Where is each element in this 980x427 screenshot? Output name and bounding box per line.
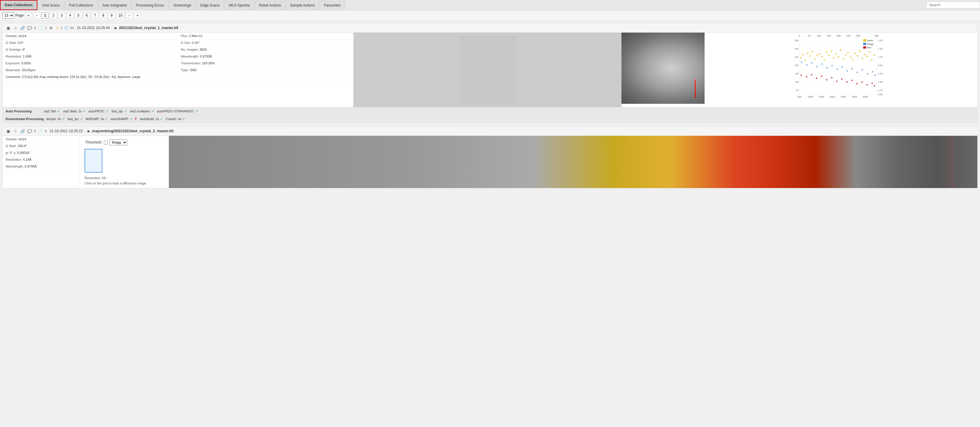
tab-favourites[interactable]: Favourites — [319, 1, 345, 10]
page-10-btn[interactable]: 10 — [116, 13, 124, 18]
card2-star-icon[interactable]: ☆ — [13, 129, 18, 134]
svg-point-49 — [819, 53, 820, 55]
page-9-btn[interactable]: 9 — [108, 13, 115, 18]
page-6-btn[interactable]: 6 — [83, 13, 90, 18]
svg-point-41 — [800, 57, 802, 59]
svg-point-95 — [831, 77, 832, 79]
svg-text:Res: Res — [867, 46, 871, 49]
svg-point-88 — [874, 75, 876, 76]
warning-icon: ⚠ — [56, 26, 59, 30]
svg-text:80: 80 — [796, 72, 799, 75]
sample-cell: Sample: ins14 — [3, 33, 178, 39]
proc-xia2-3dii-status: ✓ — [57, 109, 60, 113]
svg-point-75 — [811, 62, 813, 64]
svg-point-94 — [826, 79, 827, 81]
svg-text:2000: 2000 — [830, 95, 835, 98]
card2-comment-icon[interactable]: 💬 — [27, 129, 32, 134]
threshold-checkbox[interactable] — [104, 141, 108, 144]
card1-header: ▣ ☆ 🔗 💬 0 📄 1 ⚙ ⚠ 1 ⓘ 44 21-10-2021 10:2… — [3, 24, 977, 33]
tab-sample-actions[interactable]: Sample Actions — [286, 1, 319, 10]
first-page-btn[interactable]: « — [25, 13, 32, 18]
svg-point-43 — [805, 60, 806, 61]
threshold-select[interactable]: Bragg — [110, 140, 127, 145]
proc-dimple-status: ✓ — [62, 116, 65, 121]
svg-text:1.75: 1.75 — [878, 56, 883, 59]
svg-rect-107 — [863, 43, 866, 45]
per-page-select[interactable]: 15 25 50 — [2, 12, 14, 19]
card-comment-icon[interactable]: 💬 — [27, 25, 32, 30]
card-link-icon[interactable]: 🔗 — [20, 25, 25, 30]
tab-grid-scans[interactable]: Grid Scans — [38, 1, 64, 10]
tab-edge-scans[interactable]: Edge Scans — [196, 1, 224, 10]
tab-auto-integrated[interactable]: Auto Integrated — [98, 1, 131, 10]
svg-point-70 — [869, 51, 870, 53]
threshold-label: Threshold: — [85, 140, 102, 144]
svg-text:250: 250 — [846, 34, 851, 37]
tab-full-collections[interactable]: Full Collections — [64, 1, 97, 10]
proc-autosharp-label: autoSHARP: — [111, 117, 129, 121]
card2-grid-section: Threshold: Bragg Resolution: 0A Click on… — [80, 136, 169, 188]
num-images-cell: No. Images: 3600 — [178, 46, 353, 53]
card2-file-icon[interactable]: 📄 — [38, 129, 43, 134]
card1-arrow2[interactable]: ▶ — [115, 26, 117, 30]
svg-text:120: 120 — [794, 56, 799, 59]
svg-text:Bragg: Bragg — [867, 43, 873, 45]
main-content: ▣ ☆ 🔗 💬 0 📄 1 ⚙ ⚠ 1 ⓘ 44 21-10-2021 10:2… — [0, 21, 980, 194]
svg-text:1.25: 1.25 — [878, 39, 883, 42]
svg-point-67 — [862, 58, 863, 59]
prev-page-btn[interactable]: ‹ — [33, 13, 40, 18]
info-row-1: Sample: ins14 Flux: 2.84e+11 — [3, 33, 353, 40]
svg-point-85 — [862, 69, 863, 71]
card1-filename: 20211021/test_crystal_1_master.h5 — [119, 26, 178, 30]
svg-text:2.00: 2.00 — [878, 64, 883, 67]
proc-autobuild: AutoBuild: 2x ✓ — [140, 116, 163, 121]
proc-crank2: Crank2: 4x ✓ — [165, 116, 186, 121]
svg-text:350: 350 — [875, 34, 879, 37]
svg-text:1.50: 1.50 — [878, 48, 883, 50]
card2-dash: - — [84, 129, 86, 133]
svg-text:200: 200 — [837, 34, 841, 37]
next-page-btn[interactable]: › — [126, 13, 133, 18]
grid-canvas-container[interactable] — [84, 149, 102, 173]
svg-text:300: 300 — [856, 34, 861, 37]
tab-data-collections[interactable]: Data Collections — [0, 0, 37, 10]
info-row-4: Resolution: 1.60Å Wavelength: 0.9795Å — [3, 53, 353, 60]
last-page-btn[interactable]: » — [134, 13, 141, 18]
svg-text:100: 100 — [794, 64, 799, 67]
card-settings-icon[interactable]: ⚙ — [48, 25, 54, 30]
svg-point-101 — [861, 81, 863, 83]
card-star-icon[interactable]: ☆ — [13, 25, 18, 30]
card-snapshot-icon[interactable]: ▣ — [6, 25, 11, 30]
svg-point-50 — [821, 56, 823, 58]
svg-point-102 — [866, 84, 868, 86]
search-input[interactable] — [927, 2, 980, 9]
page-4-btn[interactable]: 4 — [67, 13, 73, 18]
tab-processing-errors[interactable]: Processing Errors — [132, 1, 169, 10]
page-8-btn[interactable]: 8 — [100, 13, 107, 18]
svg-point-45 — [809, 56, 811, 57]
crystal-image-1 — [622, 33, 705, 104]
page-5-btn[interactable]: 5 — [75, 13, 82, 18]
card2-link-icon[interactable]: 🔗 — [20, 129, 25, 134]
card2-filename: xraycentring/20211021/test_crystal_2_mas… — [92, 129, 173, 133]
downstream-processing-label: Downstream Processing — [6, 117, 44, 121]
svg-point-99 — [851, 80, 853, 81]
tab-robot-actions[interactable]: Robot Actions — [255, 1, 285, 10]
page-2-btn[interactable]: 2 — [50, 13, 57, 18]
page-1-btn[interactable]: 1 — [41, 13, 49, 18]
tab-screenings[interactable]: Screenings — [169, 1, 196, 10]
svg-text:3000: 3000 — [852, 95, 857, 98]
crystal-image-2 — [169, 136, 977, 188]
page-3-btn[interactable]: 3 — [58, 13, 65, 18]
page-7-btn[interactable]: 7 — [91, 13, 99, 18]
card2-resolution-cell: Resolution: 4.24Å — [3, 156, 80, 163]
svg-point-73 — [801, 61, 802, 63]
proc-autosharp-ok: ✓ — [130, 116, 133, 121]
tab-mca-spectra[interactable]: MCA Spectra — [224, 1, 255, 10]
card2-arrow[interactable]: ▶ — [88, 129, 90, 133]
card2-snapshot-icon[interactable]: ▣ — [6, 129, 11, 134]
card-file-icon[interactable]: 📄 — [38, 25, 43, 30]
svg-point-58 — [840, 49, 842, 51]
card2-file-count: 0 — [45, 129, 46, 133]
info-row-6: Beamsize: 32x20μm Type: SAD — [3, 67, 353, 73]
